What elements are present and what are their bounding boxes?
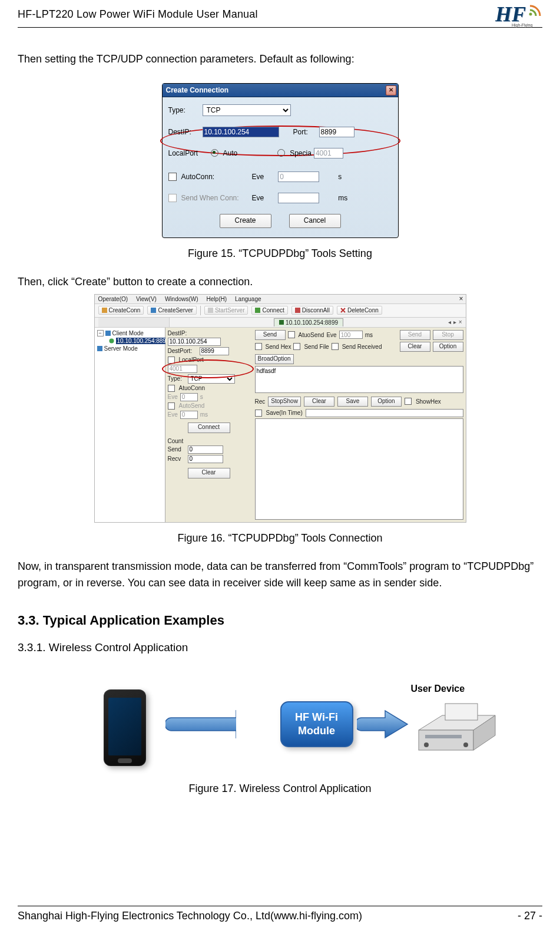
cancel-button[interactable]: Cancel bbox=[289, 214, 341, 228]
lp-destip-input[interactable] bbox=[168, 338, 221, 346]
savein-checkbox[interactable] bbox=[255, 410, 262, 417]
save-path-input[interactable] bbox=[306, 409, 463, 417]
svg-rect-2 bbox=[151, 308, 156, 313]
collapse-icon[interactable]: − bbox=[97, 330, 104, 336]
lp-recv-value[interactable] bbox=[188, 455, 223, 463]
lp-localport-checkbox[interactable] bbox=[168, 357, 175, 364]
page-footer: Shanghai High-Flying Electronics Technol… bbox=[18, 906, 542, 922]
doc-title: HF-LPT220 Low Power WiFi Module User Man… bbox=[18, 4, 258, 21]
type-label: Type: bbox=[168, 106, 200, 114]
menu-language[interactable]: Language bbox=[235, 296, 261, 302]
autoconn-eve-label: Eve bbox=[252, 173, 264, 181]
connection-tab[interactable]: 10.10.100.254:8899 bbox=[274, 318, 343, 326]
tree-server-mode[interactable]: Server Mode bbox=[97, 345, 163, 352]
dialog-titlebar: Create Connection ✕ bbox=[163, 84, 398, 97]
send-option-button[interactable]: Option bbox=[433, 342, 463, 352]
lp-clear-button[interactable]: Clear bbox=[188, 468, 230, 478]
rec-label: Rec bbox=[255, 398, 266, 405]
sendwhen-unit: ms bbox=[338, 194, 347, 202]
figure-16-caption: Figure 16. “TCPUDPDbg” Tools Connection bbox=[18, 532, 542, 544]
type-select[interactable]: TCP bbox=[203, 104, 291, 116]
user-device-label: User Device bbox=[411, 684, 465, 694]
createserver-button[interactable]: CreateServer bbox=[147, 306, 196, 315]
auto-radio[interactable] bbox=[211, 149, 218, 157]
savein-label: Save(In Time) bbox=[266, 410, 303, 416]
pager-close-icon[interactable]: × bbox=[459, 319, 462, 325]
lp-send-value[interactable] bbox=[188, 445, 223, 454]
wireless-control-diagram: HF Wi-Fi Module User Device bbox=[57, 684, 504, 766]
showhex-checkbox[interactable] bbox=[405, 398, 412, 405]
lp-connect-button[interactable]: Connect bbox=[188, 423, 230, 433]
lp-eve1-input[interactable] bbox=[180, 393, 198, 401]
lp-localport-input[interactable] bbox=[168, 365, 197, 373]
autoconn-value-input[interactable] bbox=[278, 171, 319, 182]
lp-destport-input[interactable] bbox=[200, 347, 229, 355]
sendwhenconn-label: Send When Conn: bbox=[181, 194, 250, 202]
send-textarea[interactable]: hdfasdf bbox=[255, 366, 463, 393]
pager-prev-icon[interactable]: ◂ bbox=[448, 319, 451, 325]
close-icon[interactable]: ✕ bbox=[386, 85, 396, 95]
sendfile-checkbox[interactable] bbox=[293, 343, 300, 350]
sub-header: 10.10.100.254:8899 ◂ ▸ × bbox=[95, 318, 466, 328]
menu-view[interactable]: View(V) bbox=[136, 296, 157, 302]
menu-help[interactable]: Help(H) bbox=[207, 296, 227, 302]
special-port-input[interactable] bbox=[314, 148, 343, 159]
deleteconn-button[interactable]: DeleteConn bbox=[337, 306, 382, 315]
window-close-icon[interactable]: × bbox=[459, 295, 463, 303]
connection-tree: − Client Mode 10.10.100.254:8899 Server … bbox=[95, 328, 165, 522]
special-radio[interactable] bbox=[277, 149, 285, 157]
stop-button[interactable]: Stop bbox=[433, 330, 463, 340]
lp-autoconn-label: AtuoConn bbox=[179, 385, 205, 391]
lp-type-select[interactable]: TCP bbox=[188, 374, 235, 384]
startserver-button[interactable]: StartServer bbox=[204, 306, 248, 315]
svg-rect-4 bbox=[255, 308, 260, 313]
connection-icon bbox=[109, 338, 114, 344]
lp-autosend-checkbox[interactable] bbox=[168, 402, 175, 410]
send-receive-pane: Send AtuoSend Eve ms Send Stop Send Hex … bbox=[253, 328, 466, 522]
lp-autosend-label: AutoSend bbox=[179, 402, 205, 409]
tab-pager: ◂ ▸ × bbox=[448, 319, 462, 325]
stopshow-button[interactable]: StopShow bbox=[268, 397, 301, 407]
create-button[interactable]: Create bbox=[220, 214, 271, 228]
svg-rect-15 bbox=[425, 735, 462, 738]
lp-type-label: Type: bbox=[168, 375, 185, 382]
menu-windows[interactable]: Windows(W) bbox=[165, 296, 198, 302]
autoconn-checkbox[interactable] bbox=[168, 173, 177, 181]
svg-point-17 bbox=[463, 742, 468, 747]
createconn-button[interactable]: CreateConn bbox=[98, 306, 144, 315]
special-label: Specia bbox=[290, 149, 312, 157]
receive-textarea[interactable] bbox=[255, 418, 463, 520]
tree-client-item[interactable]: 10.10.100.254:8899 bbox=[97, 338, 163, 344]
save-button[interactable]: Save bbox=[337, 397, 368, 407]
lp-eve2-unit: ms bbox=[200, 411, 208, 418]
recv-option-button[interactable]: Option bbox=[371, 397, 402, 407]
tcpudp-main-window: Operate(O) View(V) Windows(W) Help(H) La… bbox=[94, 294, 466, 523]
send-clear-button[interactable]: Clear bbox=[400, 342, 430, 352]
autosend-checkbox[interactable] bbox=[288, 331, 295, 338]
eve-input[interactable] bbox=[339, 331, 363, 339]
recv-clear-button[interactable]: Clear bbox=[304, 397, 334, 407]
disconnall-button[interactable]: DisconnAll bbox=[291, 306, 333, 315]
connect-icon bbox=[255, 308, 260, 313]
broadoption-button[interactable]: BroadOption bbox=[255, 354, 294, 364]
destip-input[interactable] bbox=[203, 127, 279, 137]
sendhex-checkbox[interactable] bbox=[255, 343, 262, 350]
showhex-label: ShowHex bbox=[416, 398, 441, 405]
send2-button[interactable]: Send bbox=[400, 330, 430, 340]
sendwhen-value-input[interactable] bbox=[278, 193, 319, 203]
menu-operate[interactable]: Operate(O) bbox=[98, 296, 128, 302]
tree-client-mode[interactable]: − Client Mode bbox=[97, 330, 163, 336]
lp-eve2-input[interactable] bbox=[180, 411, 198, 419]
port-input[interactable] bbox=[319, 127, 354, 137]
sendwhenconn-checkbox[interactable] bbox=[168, 194, 177, 202]
auto-label: Auto bbox=[223, 149, 238, 157]
arrow-icon bbox=[165, 709, 236, 739]
send-button[interactable]: Send bbox=[255, 330, 286, 340]
sendreceived-checkbox[interactable] bbox=[332, 343, 339, 350]
pager-next-icon[interactable]: ▸ bbox=[453, 319, 456, 325]
svg-rect-10 bbox=[97, 346, 102, 351]
lp-destip-label: DestIP: bbox=[168, 330, 197, 336]
createserver-icon bbox=[151, 308, 156, 313]
connect-button[interactable]: Connect bbox=[251, 306, 287, 315]
lp-autoconn-checkbox[interactable] bbox=[168, 385, 175, 392]
